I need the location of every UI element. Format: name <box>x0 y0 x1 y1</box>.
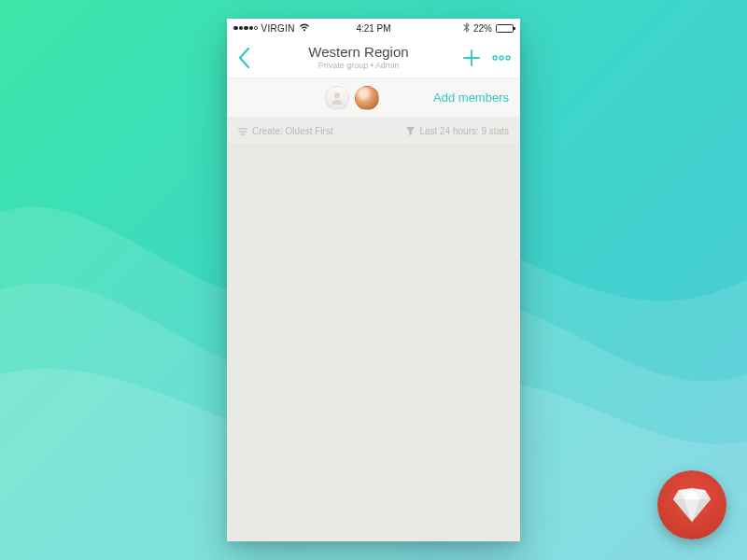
chevron-left-icon <box>238 48 250 68</box>
more-horizontal-icon <box>492 55 511 61</box>
bluetooth-icon <box>463 22 470 35</box>
battery-icon <box>496 24 514 33</box>
sketch-badge <box>657 470 726 539</box>
signal-dots-icon <box>233 26 258 31</box>
filter-bar: Create: Oldest First Last 24 hours: 9 st… <box>227 118 520 146</box>
svg-point-1 <box>500 56 503 60</box>
page-subtitle: Private group • Admin <box>261 61 457 70</box>
add-button[interactable] <box>457 37 486 78</box>
gem-icon <box>671 486 712 524</box>
nav-bar: Western Region Private group • Admin <box>227 37 520 78</box>
wifi-icon <box>299 23 310 34</box>
timeframe-label: Last 24 hours: 9 stats <box>419 126 509 136</box>
avatar[interactable] <box>325 86 349 110</box>
sort-control[interactable]: Create: Oldest First <box>238 126 333 136</box>
nav-title-group: Western Region Private group • Admin <box>261 45 457 71</box>
add-members-link[interactable]: Add members <box>433 91 509 105</box>
carrier-label: VIRGIN <box>261 23 295 34</box>
member-avatars <box>325 86 379 110</box>
svg-point-0 <box>493 56 497 60</box>
more-button[interactable] <box>488 37 514 78</box>
avatar[interactable] <box>355 86 379 110</box>
sort-icon <box>238 128 247 135</box>
status-bar: VIRGIN 4:21 PM 22% <box>227 19 520 37</box>
filter-icon <box>406 127 415 135</box>
sort-label: Create: Oldest First <box>252 126 333 136</box>
phone-frame: VIRGIN 4:21 PM 22% Western Region Privat… <box>227 19 520 541</box>
back-button[interactable] <box>227 37 261 78</box>
battery-percent: 22% <box>473 23 492 34</box>
svg-point-3 <box>334 92 340 98</box>
svg-point-2 <box>506 56 510 60</box>
plus-icon <box>462 49 481 67</box>
timeframe-control[interactable]: Last 24 hours: 9 stats <box>406 126 509 136</box>
content-area[interactable] <box>227 146 520 541</box>
status-time: 4:21 PM <box>356 23 390 34</box>
members-bar: Add members <box>227 78 520 118</box>
page-title: Western Region <box>261 45 457 61</box>
